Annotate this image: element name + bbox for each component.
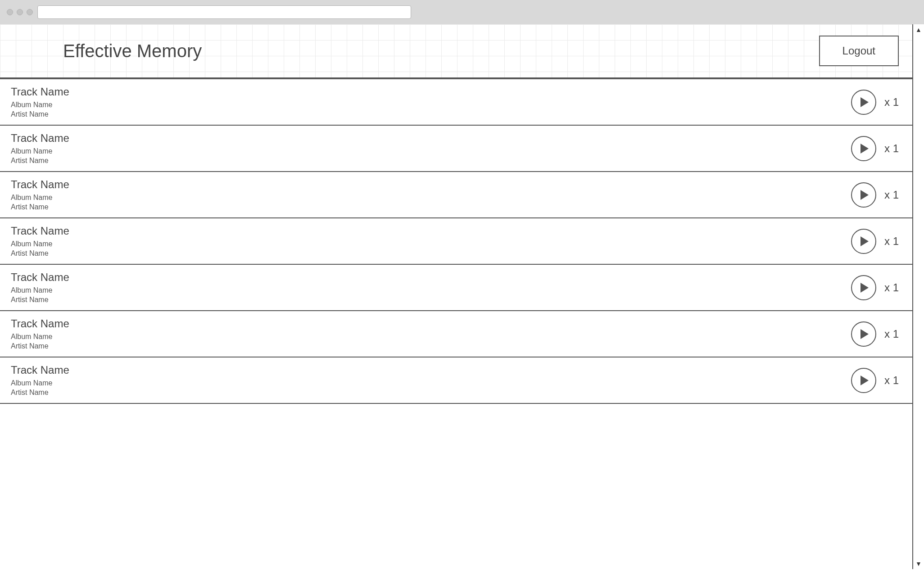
window-maximize-dot[interactable]: [27, 9, 33, 15]
album-name-label: Album Name: [11, 194, 69, 202]
artist-name-label: Artist Name: [11, 157, 69, 165]
track-row: Track Name Album Name Artist Name x 1: [0, 218, 912, 265]
track-row: Track Name Album Name Artist Name x 1: [0, 126, 912, 172]
track-row: Track Name Album Name Artist Name x 1: [0, 265, 912, 311]
scrollbar[interactable]: ▲ ▼: [912, 24, 924, 569]
play-button[interactable]: [851, 136, 876, 161]
play-icon: [861, 144, 869, 154]
play-icon: [861, 236, 869, 246]
track-name-label: Track Name: [11, 178, 69, 191]
artist-name-label: Artist Name: [11, 110, 69, 118]
app-title: Effective Memory: [63, 41, 202, 61]
track-name-label: Track Name: [11, 225, 69, 237]
url-bar[interactable]: [37, 5, 411, 19]
track-info: Track Name Album Name Artist Name: [11, 178, 69, 211]
window-minimize-dot[interactable]: [17, 9, 23, 15]
play-button[interactable]: [851, 90, 876, 115]
logout-button[interactable]: Logout: [819, 36, 899, 66]
window-close-dot[interactable]: [7, 9, 13, 15]
track-row: Track Name Album Name Artist Name x 1: [0, 172, 912, 218]
scroll-down-arrow-icon[interactable]: ▼: [913, 558, 924, 569]
track-actions: x 1: [851, 182, 899, 208]
track-info: Track Name Album Name Artist Name: [11, 132, 69, 165]
play-count-label: x 1: [884, 189, 899, 201]
play-count-label: x 1: [884, 96, 899, 109]
play-count-label: x 1: [884, 374, 899, 387]
track-name-label: Track Name: [11, 132, 69, 145]
track-actions: x 1: [851, 136, 899, 161]
track-actions: x 1: [851, 368, 899, 393]
play-button[interactable]: [851, 368, 876, 393]
play-count-label: x 1: [884, 235, 899, 248]
track-name-label: Track Name: [11, 364, 69, 376]
play-count-label: x 1: [884, 142, 899, 155]
album-name-label: Album Name: [11, 379, 69, 387]
play-icon: [861, 283, 869, 293]
track-name-label: Track Name: [11, 317, 69, 330]
track-info: Track Name Album Name Artist Name: [11, 86, 69, 118]
play-icon: [861, 97, 869, 107]
track-actions: x 1: [851, 90, 899, 115]
artist-name-label: Artist Name: [11, 342, 69, 350]
album-name-label: Album Name: [11, 101, 69, 109]
play-count-label: x 1: [884, 328, 899, 340]
header: Effective Memory Logout: [0, 24, 912, 78]
track-name-label: Track Name: [11, 86, 69, 98]
scroll-track[interactable]: [913, 35, 924, 558]
track-actions: x 1: [851, 321, 899, 347]
album-name-label: Album Name: [11, 333, 69, 341]
play-icon: [861, 190, 869, 200]
artist-name-label: Artist Name: [11, 203, 69, 211]
track-info: Track Name Album Name Artist Name: [11, 364, 69, 397]
track-info: Track Name Album Name Artist Name: [11, 271, 69, 304]
play-button[interactable]: [851, 275, 876, 300]
album-name-label: Album Name: [11, 286, 69, 294]
track-row: Track Name Album Name Artist Name x 1: [0, 311, 912, 357]
main-content: Effective Memory Logout Track Name Album…: [0, 24, 912, 569]
play-button[interactable]: [851, 321, 876, 347]
window-controls: [7, 9, 33, 15]
artist-name-label: Artist Name: [11, 389, 69, 397]
track-actions: x 1: [851, 229, 899, 254]
play-button[interactable]: [851, 229, 876, 254]
play-button[interactable]: [851, 182, 876, 208]
track-row: Track Name Album Name Artist Name x 1: [0, 357, 912, 404]
track-actions: x 1: [851, 275, 899, 300]
artist-name-label: Artist Name: [11, 249, 69, 258]
play-icon: [861, 329, 869, 339]
browser-chrome: [0, 0, 924, 24]
track-list: Track Name Album Name Artist Name x 1 Tr…: [0, 78, 912, 404]
track-info: Track Name Album Name Artist Name: [11, 225, 69, 258]
album-name-label: Album Name: [11, 147, 69, 155]
album-name-label: Album Name: [11, 240, 69, 248]
track-row: Track Name Album Name Artist Name x 1: [0, 78, 912, 126]
scroll-up-arrow-icon[interactable]: ▲: [913, 24, 924, 35]
track-info: Track Name Album Name Artist Name: [11, 317, 69, 350]
play-icon: [861, 375, 869, 385]
play-count-label: x 1: [884, 281, 899, 294]
track-name-label: Track Name: [11, 271, 69, 284]
artist-name-label: Artist Name: [11, 296, 69, 304]
